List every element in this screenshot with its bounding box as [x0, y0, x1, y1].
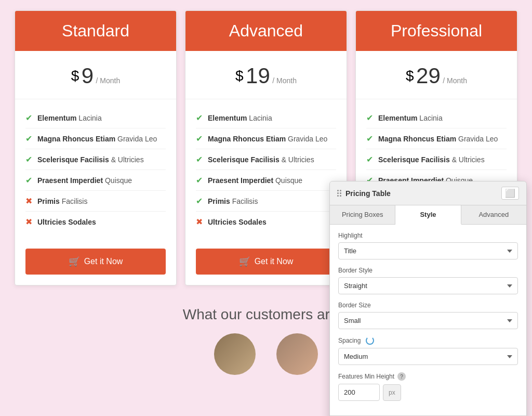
features-min-height-input[interactable]: [338, 384, 380, 401]
feature-text: Scelerisque Facilisis & Ultricies: [37, 155, 144, 164]
tab-pricing-boxes[interactable]: Pricing Boxes: [330, 205, 395, 224]
drag-dot: [340, 192, 341, 194]
list-item: ✔ Praesent Imperdiet Quisque: [196, 170, 336, 191]
list-item: ✔ Elementum Lacinia: [366, 108, 507, 128]
border-style-label: Border Style: [338, 267, 518, 274]
min-height-input-row: px: [338, 384, 518, 401]
drag-dot: [337, 190, 339, 191]
border-size-label: Border Size: [338, 302, 518, 309]
drag-dot: [337, 192, 339, 194]
feature-text: Elementum Lacinia: [378, 114, 443, 122]
card-button-area-advanced: 🛒 Get it Now: [185, 240, 347, 285]
panel-header: Pricing Table ⬜: [330, 181, 526, 205]
check-icon: ✔: [366, 134, 373, 144]
drag-dot: [337, 195, 339, 197]
pricing-card-advanced: Advanced $ 19 / Month ✔ Elementum Lacini…: [185, 10, 347, 285]
pricing-card-standard: Standard $ 9 / Month ✔ Elementum Lacinia…: [15, 10, 177, 285]
get-it-button-standard[interactable]: 🛒 Get it Now: [25, 249, 166, 275]
avatar: [276, 333, 318, 375]
testimonial-heading: What our customers are s: [183, 306, 350, 322]
price-currency-professional: $: [406, 68, 414, 84]
border-size-select[interactable]: Small Medium Large: [338, 312, 518, 329]
field-highlight: Highlight Title Price None: [338, 232, 518, 259]
loading-spinner: [366, 336, 374, 345]
list-item: ✔ Praesent Imperdiet Quisque: [25, 170, 166, 191]
feature-text: Ultricies Sodales: [208, 218, 267, 226]
list-item: ✔ Magna Rhoncus Etiam Gravida Leo: [196, 128, 336, 149]
cart-icon: 🛒: [239, 256, 250, 267]
check-icon: ✔: [196, 134, 203, 144]
panel-title: Pricing Table: [345, 189, 391, 198]
card-price-professional: $ 29 / Month: [356, 51, 517, 99]
list-item: ✔ Magna Rhoncus Etiam Gravida Leo: [25, 128, 166, 149]
x-icon: ✖: [25, 217, 32, 227]
price-amount-standard: 9: [82, 63, 94, 88]
features-min-height-label: Features Min Height ?: [338, 372, 518, 381]
list-item: ✔ Scelerisque Facilisis & Ultricies: [366, 149, 507, 170]
price-amount-advanced: 19: [246, 63, 270, 88]
field-features-min-height: Features Min Height ? px: [338, 372, 518, 401]
avatar: [214, 333, 256, 375]
panel-body: Highlight Title Price None Border Style …: [330, 225, 526, 415]
feature-text: Scelerisque Facilisis & Ultricies: [378, 155, 485, 164]
feature-text: Elementum Lacinia: [208, 114, 272, 122]
price-period-professional: / Month: [443, 76, 467, 85]
card-features-standard: ✔ Elementum Lacinia ✔ Magna Rhoncus Etia…: [15, 99, 176, 240]
list-item: ✔ Scelerisque Facilisis & Ultricies: [196, 149, 336, 170]
list-item: ✖ Ultricies Sodales: [196, 212, 336, 232]
close-icon[interactable]: ⬜: [501, 187, 519, 200]
feature-text: Magna Rhoncus Etiam Gravida Leo: [208, 135, 327, 143]
check-icon: ✔: [25, 113, 32, 123]
feature-text: Elementum Lacinia: [37, 114, 102, 122]
feature-text: Magna Rhoncus Etiam Gravida Leo: [37, 135, 157, 143]
feature-text: Magna Rhoncus Etiam Gravida Leo: [378, 135, 498, 143]
feature-text: Primis Facilisis: [208, 197, 258, 205]
border-style-select[interactable]: Straight Rounded None: [338, 277, 518, 294]
check-icon: ✔: [366, 113, 373, 123]
x-icon: ✖: [196, 217, 203, 227]
feature-text: Scelerisque Facilisis & Ultricies: [208, 155, 314, 164]
list-item: ✔ Primis Facilisis: [196, 191, 336, 212]
check-icon: ✔: [196, 154, 203, 164]
pricing-table-panel: Pricing Table ⬜ Pricing Boxes Style Adva…: [329, 181, 527, 416]
card-price-standard: $ 9 / Month: [15, 51, 176, 99]
price-period-standard: / Month: [96, 76, 121, 85]
check-icon: ✔: [366, 154, 373, 164]
price-currency-standard: $: [71, 68, 79, 84]
feature-text: Ultricies Sodales: [37, 218, 96, 226]
get-it-button-advanced[interactable]: 🛒 Get it Now: [196, 249, 336, 275]
spacing-label: Spacing: [338, 336, 518, 345]
highlight-select[interactable]: Title Price None: [338, 242, 518, 259]
check-icon: ✔: [196, 196, 203, 206]
tab-style[interactable]: Style: [395, 205, 461, 225]
list-item: ✔ Elementum Lacinia: [25, 108, 166, 128]
list-item: ✖ Ultricies Sodales: [25, 212, 166, 232]
x-icon: ✖: [25, 196, 32, 206]
tab-advanced[interactable]: Advanced: [461, 205, 526, 224]
check-icon: ✔: [25, 154, 32, 164]
field-border-size: Border Size Small Medium Large: [338, 302, 518, 329]
help-icon[interactable]: ?: [397, 372, 406, 381]
card-header-advanced: Advanced: [185, 11, 347, 51]
list-item: ✔ Magna Rhoncus Etiam Gravida Leo: [366, 128, 507, 149]
drag-dot: [340, 195, 341, 197]
panel-tabs: Pricing Boxes Style Advanced: [330, 205, 526, 225]
drag-handle[interactable]: [337, 190, 341, 197]
unit-label: px: [383, 384, 401, 401]
feature-text: Primis Facilisis: [37, 197, 87, 205]
list-item: ✔ Scelerisque Facilisis & Ultricies: [25, 149, 166, 170]
cart-icon: 🛒: [69, 256, 80, 267]
list-item: ✔ Elementum Lacinia: [196, 108, 336, 128]
pricing-card-professional: Professional $ 29 / Month ✔ Elementum La…: [355, 10, 517, 199]
card-features-advanced: ✔ Elementum Lacinia ✔ Magna Rhoncus Etia…: [185, 99, 347, 240]
field-spacing: Spacing Small Medium Large: [338, 336, 518, 365]
drag-dot: [340, 190, 341, 191]
check-icon: ✔: [196, 113, 203, 123]
check-icon: ✔: [196, 175, 203, 185]
check-icon: ✔: [25, 175, 32, 185]
feature-text: Praesent Imperdiet Quisque: [208, 176, 302, 185]
get-it-label: Get it Now: [255, 257, 294, 266]
highlight-label: Highlight: [338, 232, 518, 239]
price-amount-professional: 29: [416, 63, 441, 88]
spacing-select[interactable]: Small Medium Large: [338, 348, 518, 365]
